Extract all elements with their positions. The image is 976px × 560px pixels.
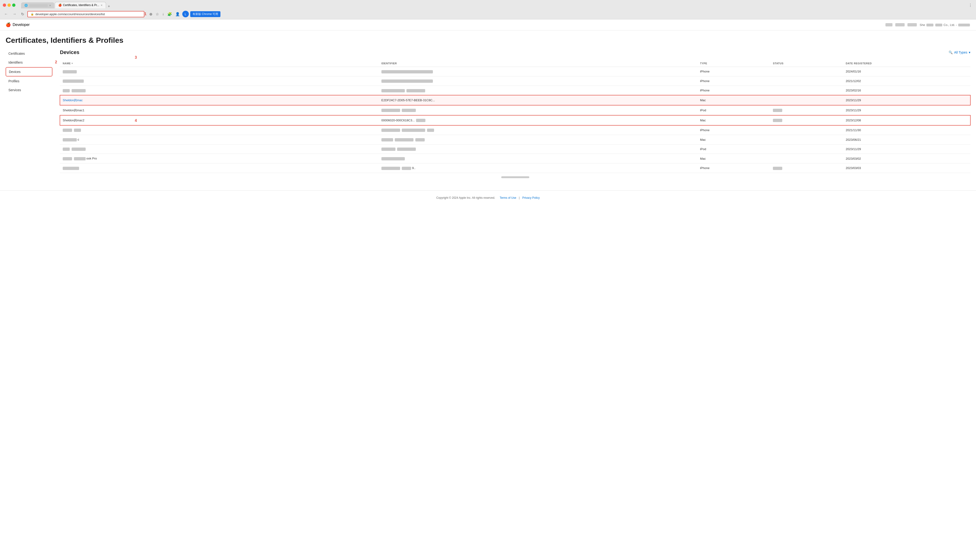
tab-close-icon[interactable]: ✕ — [49, 4, 51, 7]
book-pro-text: ook Pro — [86, 157, 97, 160]
blurred-name-p2 — [72, 148, 86, 151]
device-name-cell — [60, 125, 379, 135]
bookmark-icon[interactable]: ☆ — [155, 12, 160, 17]
sidebar: Certificates Identifiers 2 Devices Profi… — [6, 49, 52, 181]
blurred-id-p3 — [415, 138, 425, 142]
device-date-cell: 2023/02/16 — [843, 86, 970, 95]
header-right: She Co., Ltd. - — [886, 23, 970, 27]
address-bar[interactable]: 🔒 developer.apple.com/account/resources/… — [27, 11, 144, 17]
tab-active-close-icon[interactable]: ✕ — [100, 4, 102, 7]
device-status-cell — [770, 125, 843, 135]
tab-inactive-label — [29, 4, 48, 7]
google-account-button[interactable]: L — [182, 11, 189, 17]
device-date-cell: 2023/11/29 — [843, 95, 970, 105]
blurred-name-part1 — [63, 89, 70, 92]
chrome-update-button[interactable]: 有新版 Chrome 可用 — [190, 11, 221, 17]
sheldon-mac-link[interactable]: Sheldon的mac — [63, 98, 83, 102]
horizontal-scrollbar[interactable] — [60, 173, 970, 181]
table-row: iPod 2023/11/29 — [60, 144, 970, 154]
device-type-cell: Mac — [697, 154, 770, 163]
device-type-cell: iPhone — [697, 86, 770, 95]
device-date-cell: 2023/03/02 — [843, 154, 970, 163]
device-date-cell: 2023/12/08 — [843, 115, 970, 125]
table-row: iPhone 2021/12/02 — [60, 76, 970, 86]
sidebar-item-identifiers[interactable]: Identifiers — [6, 58, 52, 67]
device-name-cell — [60, 86, 379, 95]
back-button[interactable]: ← — [3, 12, 9, 17]
annotation-1: 1 — [144, 12, 147, 16]
browser-top-bar: 🌐 ✕ 🍎 Certificates, Identifiers & Pr... … — [3, 2, 973, 8]
footer-separator: | — [519, 196, 520, 200]
devices-table: NAME ▾ IDENTIFIER TYPE STAT — [60, 60, 970, 173]
device-status-cell — [770, 95, 843, 105]
device-identifier-cell: 9.. — [379, 163, 697, 173]
all-types-filter-button[interactable]: 🔍 All Types ▾ — [949, 50, 970, 54]
table-row-sheldon-mac2: Sheldon的mac2 00006020-000C618C3... Mac 2… — [60, 115, 970, 125]
translate-icon[interactable]: ⊕ — [148, 12, 153, 17]
blurred-name — [63, 80, 84, 83]
privacy-policy-link[interactable]: Privacy Policy — [522, 196, 540, 200]
new-tab-button[interactable]: + — [107, 4, 111, 8]
page-content: 🍎 Developer She Co., Ltd. - Certificates… — [0, 19, 976, 560]
chrome-menu-button[interactable]: ⋮ — [968, 3, 973, 8]
tab-active-label: Certificates, Identifiers & Pr... — [63, 3, 99, 7]
header-blurred-3 — [907, 23, 917, 27]
device-status-cell — [770, 86, 843, 95]
scrollbar-thumb[interactable] — [501, 176, 529, 178]
sidebar-item-profiles[interactable]: Profiles — [6, 77, 52, 85]
blurred-identifier-suffix — [416, 119, 425, 122]
refresh-button[interactable]: ↻ — [20, 12, 25, 17]
content-area: Devices 🔍 All Types ▾ 3 4 NAME — [60, 49, 970, 181]
filter-label: All Types — [954, 50, 968, 54]
minimize-window-button[interactable] — [7, 3, 11, 7]
device-identifier-cell: 00006020-000C618C3... — [379, 115, 697, 125]
terms-of-use-link[interactable]: Terms of Use — [500, 196, 516, 200]
table-row: c Mac 2023/06/21 — [60, 135, 970, 145]
sidebar-item-devices[interactable]: Devices — [6, 67, 52, 77]
page-footer: Copyright © 2024 Apple Inc. All rights r… — [0, 190, 976, 205]
sidebar-item-certificates[interactable]: Certificates — [6, 49, 52, 58]
device-name-cell — [60, 67, 379, 77]
blurred-name — [63, 167, 79, 170]
device-name-cell — [60, 76, 379, 86]
header-blurred-1 — [886, 23, 892, 27]
blurred-identifier — [381, 70, 433, 73]
table-header: NAME ▾ IDENTIFIER TYPE STAT — [60, 60, 970, 67]
col-status-header: STATUS — [770, 60, 843, 67]
device-type-cell: iPhone — [697, 125, 770, 135]
tab-active-favicon-icon: 🍎 — [58, 3, 62, 7]
blurred-id-p2 — [402, 167, 411, 170]
table-row: iPhone 2021/11/30 — [60, 125, 970, 135]
tab-active[interactable]: 🍎 Certificates, Identifiers & Pr... ✕ — [55, 2, 106, 8]
blurred-id-p2 — [402, 128, 425, 132]
close-window-button[interactable] — [3, 3, 6, 7]
device-date-cell: 2023/11/29 — [843, 105, 970, 115]
forward-button[interactable]: → — [11, 12, 18, 17]
device-status-cell — [770, 135, 843, 145]
col-date-header: DATE REGISTERED — [843, 60, 970, 67]
extensions-icon[interactable]: 🧩 — [166, 12, 173, 17]
blurred-name — [63, 70, 77, 73]
blurred-id-p2 — [395, 138, 413, 142]
maximize-window-button[interactable] — [12, 3, 15, 7]
page-title: Certificates, Identifiers & Profiles — [0, 30, 976, 49]
blurred-status — [773, 119, 782, 122]
device-date-cell: 2021/12/02 — [843, 76, 970, 86]
tab-inactive[interactable]: 🌐 ✕ — [21, 2, 54, 8]
blurred-id-p1 — [381, 148, 396, 151]
device-type-cell: Mac — [697, 115, 770, 125]
device-status-cell — [770, 67, 843, 77]
col-name-header: NAME ▾ — [60, 60, 379, 67]
device-name-cell — [60, 163, 379, 173]
profile-icon[interactable]: 👤 — [174, 12, 181, 17]
device-name-cell[interactable]: Sheldon的mac — [60, 95, 379, 105]
sidebar-item-services[interactable]: Services — [6, 86, 52, 94]
downloads-icon[interactable]: ↓ — [161, 12, 165, 17]
table-body: iPhone 2024/01/16 iPhone — [60, 67, 970, 173]
tab-bar: 🌐 ✕ 🍎 Certificates, Identifiers & Pr... … — [21, 2, 966, 8]
blurred-id-p3 — [427, 128, 434, 132]
url-text: developer.apple.com/account/resources/de… — [35, 12, 141, 16]
blurred-id — [381, 157, 405, 160]
device-name-cell: Sheldon的mac2 — [60, 115, 379, 125]
device-status-cell — [770, 76, 843, 86]
